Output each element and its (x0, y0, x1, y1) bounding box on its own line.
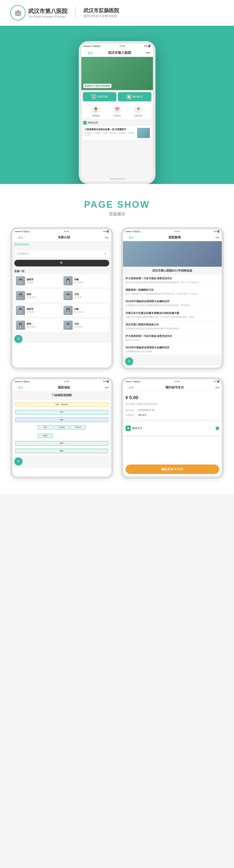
flow-add-btn[interactable]: + (14, 457, 23, 466)
payment-back-btn[interactable]: 〈 返回 (126, 386, 134, 390)
dept-icon: 🏥 (91, 94, 97, 99)
expert-avatar-3: 👨‍⚕️ (63, 291, 73, 300)
expert-more-btn[interactable]: ••• (105, 236, 109, 240)
expert-time: 12:20 (64, 230, 69, 233)
hero-banner: 医保定点 三级公立综合医院 (81, 57, 153, 90)
expert-title-3: 主任医师 (74, 296, 81, 299)
news-status-bar: ●●●●● 中国电信 12:20 30%▓ (123, 229, 222, 234)
flow-node-exam: 检查 (37, 425, 53, 430)
expert-add-btn[interactable]: + (14, 335, 23, 343)
news-more-btn[interactable]: ••• (215, 236, 219, 240)
payment-radio-selected[interactable] (215, 427, 219, 430)
expert-back-btn[interactable]: 〈 返回 (15, 236, 23, 239)
flow-node-start: 挂号、初诊患者 (15, 402, 108, 407)
wechat-pay-option: 💬 微信支付 (126, 426, 142, 431)
news-list-item-3[interactable]: 开展卫生计生重点问题专项整治行动的实施方案 开展卫生计生重点问题专项整治行动，充… (123, 309, 222, 321)
news-list-item-6[interactable]: 2016年中国临床合理用药大会顺利召开 为贯彻落实全省卫生计生系统... (123, 344, 222, 355)
expert-title-5: 副主任医师 (74, 311, 83, 313)
flow-arrow-3: ↓ (15, 423, 108, 425)
expert-avatar-6: 👩‍⚕️ (16, 320, 25, 330)
expert-card-7[interactable]: 👨‍⚕️ 王恒 副主任医师 (62, 318, 109, 332)
payment-amount: ¥ 5.00 (123, 391, 222, 402)
status-bar: ●●●●● 中国电信 12:20 30%▓ (81, 44, 153, 49)
news-signal: ●●●●● 中国电信 (126, 230, 140, 233)
pay-confirm-button[interactable]: 确认支付 ¥ 5.00 (126, 465, 219, 474)
expert-card-0[interactable]: 👨‍⚕️ 徐跃军 主任医师 (14, 274, 61, 287)
news-nav: 〈 返回 医院新闻 ••• (123, 234, 222, 241)
header-divider (75, 6, 76, 19)
hero-section: ●●●●● 中国电信 12:20 30%▓ 〈 返回 武汉市第八医院 ••• 医… (0, 26, 234, 184)
news-item-title: 八医院离退休老同志欢聚一堂 共渡重阳节 (84, 128, 135, 131)
payment-nav-title: 预约挂号支付 (165, 385, 184, 390)
home-indicator (109, 178, 125, 179)
expert-name-3: 王恒 (74, 293, 81, 296)
expert-card-1[interactable]: 👩‍⚕️ 刘敏 副主任医师 (62, 274, 109, 287)
news-list-item-5[interactable]: 护士招房发现一万余元现金 连夜交还失主 两位护士在收到... (123, 332, 222, 344)
news-time: 12:20 (175, 230, 180, 233)
quick-action-buttons: 🏥 科室导航 📋 预约挂号 (81, 90, 153, 103)
expert-name-4: 徐跃军 (27, 308, 34, 311)
flow-arrow-2: ↓ (15, 415, 108, 417)
expert-info-0: 徐跃军 主任医师 (27, 278, 34, 284)
expert-info-1: 刘敏 副主任医师 (74, 278, 83, 284)
nav-back-button[interactable]: 〈 返回 (84, 51, 93, 55)
news-item[interactable]: 八医院离退休老同志欢聚一堂 共渡重阳节 岁岁重阳，今又重阳，不觉寒，有朵朵暖，短… (83, 126, 151, 140)
appointment-btn[interactable]: 📋 预约挂号 (118, 92, 151, 101)
news-back-btn[interactable]: 〈 返回 (126, 236, 134, 239)
payment-hospital-name: 武汉市第八医院的挂号在线支付 (123, 402, 222, 408)
flow-node-treat: 治疗处置 (54, 425, 69, 430)
expert-card-5[interactable]: 👩‍⚕️ 刘敏 副主任医师 (62, 304, 109, 317)
expert-name-7: 王恒 (74, 322, 83, 326)
flow-back-btn[interactable]: 〈 返回 (15, 386, 23, 390)
expert-team-item[interactable]: 👨‍⚕️ 专家团队 (92, 105, 100, 117)
news-list-item-2[interactable]: 2016年中国临床合理用药大会顺利召开 为贯彻落实全省卫生计生系统全面深化改革工… (123, 298, 222, 309)
news-item-desc-3: 开展卫生计生重点问题专项整治行动，充分发挥行业监管的具体部署，有效... (126, 316, 219, 318)
payment-method-row[interactable]: 💬 微信支付 (123, 424, 222, 433)
flow-node-admit: 住院手术 (70, 425, 86, 430)
section-title-english: PAGE SHOW (10, 199, 224, 210)
flow-arrow-1: ↓ (15, 407, 108, 409)
news-item-desc-5: 两位护士在收到... (126, 339, 219, 341)
location-item[interactable]: 📍 交通位置 (134, 105, 142, 117)
flow-more-btn[interactable]: ••• (105, 385, 109, 390)
flow-node-report: 取报告 (37, 434, 53, 438)
expert-info-5: 刘敏 副主任医师 (74, 308, 83, 313)
expert-status-bar: ●●●●● 中国电信 12:20 30%▓ (12, 229, 111, 234)
flow-node-clinic: 就诊 (15, 417, 108, 422)
hospital-secondary-sub: 湖北中医药大学教学医院 (83, 14, 119, 19)
expert-subtitle: 按科室找医生 (12, 241, 111, 248)
phone-nav-bar: 〈 返回 武汉市第八医院 ••• (81, 49, 153, 57)
expert-card-6[interactable]: 👩‍⚕️ 陈艳 副主任医师 (14, 318, 61, 332)
news-add-btn[interactable]: + (125, 357, 133, 366)
wechat-pay-label: 微信支付 (132, 427, 142, 430)
expert-card-4[interactable]: 👨‍⚕️ 徐跃军 主任医师 (14, 304, 61, 317)
screenshots-grid: ●●●●● 中国电信 12:20 30%▓ 〈 返回 专家介绍 ••• 按科室找… (10, 227, 224, 478)
expert-nav: 〈 返回 专家介绍 ••• (12, 234, 111, 241)
battery-indicator: 30%▓ (144, 45, 150, 48)
payment-page-screenshot: ●●●●● 中国电信 12:20 30%▓ 〈 返回 预约挂号支付 ••• ¥ … (121, 377, 224, 478)
nav-more-button[interactable]: ••• (146, 51, 150, 55)
expert-name-6: 陈艳 (27, 322, 35, 326)
flow-time: 12:20 (64, 380, 69, 383)
flow-arrow-4: ↓ (15, 438, 108, 440)
news-item-title-3: 开展卫生计生重点问题专项整治行动的实施方案 (126, 311, 219, 315)
payment-more-btn[interactable]: ••• (215, 385, 219, 390)
expert-card-2[interactable]: 👩‍⚕️ 陈艳 副主任医师 (14, 289, 61, 302)
news-content: 武汉市第八医院2017年招聘信息 护士招房发现一万余元现金 连夜交还失主 两位护… (123, 241, 222, 366)
expert-search-bar[interactable]: 🔍 (14, 260, 109, 267)
department-nav-btn[interactable]: 🏥 科室导航 (83, 92, 116, 101)
news-list-item-4[interactable]: 武汉市第八医院环境信息公示 为贯彻落实全省卫生计生系统全面深化改革工作的具体部署… (123, 321, 222, 332)
news-item-desc-2: 为贯彻落实全省卫生计生系统全面深化改革工作的具体部署，充分发挥... (126, 304, 219, 307)
dept-selector[interactable]: 请选择科室 ▼ (14, 250, 109, 258)
expert-card-3[interactable]: 👨‍⚕️ 王恒 主任医师 (62, 289, 109, 302)
news-main-headline: 武汉市第八医院2017年招聘信息 (123, 267, 222, 275)
expert-avatar-7: 👨‍⚕️ (63, 320, 73, 330)
news-list-item-1[interactable]: 我院迎来一批德国实习生 近日，我院接待了77名来自德国的医学大学学的实习生，专程… (123, 286, 222, 298)
flow-content: 门诊就医流程图 挂号、初诊患者 ↓ 挂号 ↓ 就诊 ↓ 检查 ↓ 取报告 (12, 391, 111, 468)
section-title-chinese: 页面展示 (10, 212, 224, 217)
feature-icons-row: 👨‍⚕️ 专家团队 📅 门诊安排 📍 交通位置 (83, 103, 151, 119)
news-item-title-2: 2016年中国临床合理用药大会顺利召开 (126, 300, 219, 303)
payment-time: 12:20 (175, 380, 180, 383)
outpatient-item[interactable]: 📅 门诊安排 (113, 105, 121, 117)
news-list-item-0[interactable]: 护士招房发现一万余元现金 连夜交还失主 两位护士在收到主任委员为医院某某某的某某… (123, 275, 222, 286)
